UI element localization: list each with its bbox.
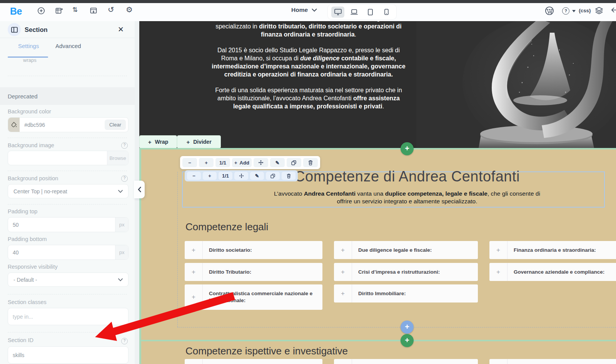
skill-item[interactable]: + Diritto Immobiliare:: [334, 284, 478, 303]
duplicate-icon[interactable]: [287, 158, 301, 167]
intro-paragraphs: Andrea Centofanti è avvocato civilista e…: [210, 21, 407, 118]
add-wrap-button[interactable]: + Wrap: [139, 135, 177, 148]
clear-color-button[interactable]: Clear: [105, 120, 126, 130]
padding-top-input[interactable]: [8, 222, 115, 228]
chevron-down-icon: [118, 278, 123, 281]
divider: [8, 294, 127, 294]
move-icon[interactable]: [234, 172, 248, 180]
intro-section-preview[interactable]: Andrea Centofanti è avvocato civilista e…: [139, 21, 616, 148]
help-icon[interactable]: ?: [121, 175, 128, 182]
expand-icon[interactable]: +: [185, 284, 203, 310]
column-ratio-button[interactable]: 1/1: [215, 158, 230, 167]
group-header-deprecated: Deprecated: [0, 87, 142, 105]
expand-icon[interactable]: +: [334, 284, 352, 303]
increase-columns-button[interactable]: +: [199, 158, 214, 167]
padding-bottom-input[interactable]: [8, 249, 115, 256]
section-classes-input[interactable]: [8, 314, 128, 320]
help-caret-icon: [572, 10, 576, 12]
add-wrap-here-button[interactable]: +: [401, 321, 414, 334]
expand-icon[interactable]: +: [489, 263, 507, 281]
skill-item[interactable]: + Contrattualistica commerciale nazional…: [185, 284, 322, 310]
device-desktop-button[interactable]: [331, 7, 344, 18]
increase-columns-button[interactable]: +: [203, 172, 217, 180]
browse-button[interactable]: Browse: [107, 151, 128, 165]
custom-css-icon[interactable]: {css}: [579, 8, 591, 13]
delete-icon[interactable]: [282, 172, 295, 180]
delete-icon[interactable]: [303, 158, 318, 167]
background-position-value: Center Top | no-repeat: [13, 188, 67, 194]
reorder-icon[interactable]: ⇅: [72, 6, 78, 14]
panel-title: Section: [25, 26, 48, 33]
wordpress-icon[interactable]: [545, 6, 554, 15]
expand-icon[interactable]: +: [334, 241, 352, 259]
tab-settings[interactable]: Settings: [18, 43, 39, 49]
divider: [8, 332, 127, 332]
background-position-select[interactable]: Center Top | no-repeat: [8, 184, 129, 198]
move-icon[interactable]: [254, 158, 268, 167]
section-id-field: [8, 346, 129, 364]
help-menu[interactable]: ?: [562, 7, 576, 15]
responsive-visibility-select[interactable]: - Default -: [8, 273, 129, 287]
expand-icon[interactable]: +: [185, 241, 203, 259]
background-color-input[interactable]: [20, 122, 105, 128]
layers-icon[interactable]: [595, 7, 603, 15]
expand-icon[interactable]: +: [185, 263, 203, 281]
decrease-columns-button[interactable]: −: [182, 158, 197, 167]
color-swatch[interactable]: [8, 118, 20, 132]
background-image-input[interactable]: [8, 155, 107, 161]
legal-skills-heading[interactable]: Competenze legali: [185, 221, 268, 233]
device-mobile-button[interactable]: [380, 7, 393, 18]
plus-icon: +: [234, 160, 237, 166]
device-laptop-button[interactable]: [347, 7, 361, 18]
section-id-input[interactable]: [8, 352, 128, 358]
skill-item-partial[interactable]: [334, 359, 478, 364]
skill-item[interactable]: + Due diligence legale e fiscale:: [334, 241, 478, 259]
template-library-icon[interactable]: [89, 7, 98, 15]
skills-title[interactable]: Competenze di Andrea Centofanti: [269, 168, 545, 185]
expand-icon[interactable]: +: [334, 263, 352, 281]
responsive-visibility-label: Responsive visibility: [8, 264, 58, 270]
revisions-icon[interactable]: ↺: [108, 6, 114, 13]
edit-icon[interactable]: ✎: [250, 172, 264, 180]
tab-advanced[interactable]: Advanced: [55, 43, 81, 49]
skill-item-partial[interactable]: [489, 359, 616, 364]
add-element-icon[interactable]: [37, 7, 45, 15]
page-switcher-label: Home: [291, 7, 308, 13]
undo-partial-icon[interactable]: [611, 7, 616, 14]
skill-label: Diritto Immobiliare:: [352, 284, 412, 303]
inspective-skills-heading[interactable]: Competenze ispettive e investigative: [185, 345, 348, 357]
help-icon[interactable]: ?: [121, 338, 128, 344]
add-section-here-button[interactable]: +: [401, 142, 414, 155]
edit-icon[interactable]: ✎: [270, 158, 285, 167]
skill-item-partial[interactable]: [185, 359, 322, 364]
skill-item[interactable]: + Crisi d’impresa e ristrutturazioni:: [334, 263, 478, 281]
help-icon[interactable]: ?: [121, 142, 128, 149]
collapse-sidebar-toggle[interactable]: [134, 181, 145, 198]
skill-item[interactable]: + Diritto Tributario:: [185, 263, 322, 281]
padding-bottom-unit: px: [115, 245, 128, 259]
duplicate-icon[interactable]: [266, 172, 280, 180]
add-section-icon[interactable]: [55, 7, 63, 15]
chevron-left-icon: [138, 187, 141, 192]
betheme-logo[interactable]: Be: [10, 6, 22, 17]
add-item-button[interactable]: + Add: [232, 158, 252, 167]
builder-settings-icon[interactable]: ⚙: [126, 6, 133, 13]
background-color-field: Clear: [8, 117, 129, 132]
skill-item[interactable]: + Diritto societario:: [185, 241, 322, 259]
expand-icon[interactable]: +: [489, 241, 507, 259]
add-divider-button[interactable]: + Divider: [177, 135, 221, 148]
page-switcher[interactable]: Home: [291, 7, 317, 13]
wrap-toolbar: − + 1/1 + Add ✎: [180, 156, 320, 169]
close-icon[interactable]: ✕: [118, 25, 124, 34]
divider: [8, 204, 127, 204]
add-section-here-button[interactable]: +: [401, 334, 414, 347]
skills-subtitle[interactable]: L’avvocato Andrea Centofanti vanta una d…: [269, 190, 545, 205]
skill-item[interactable]: + Governance aziendale e compliance:: [489, 263, 616, 281]
skill-item[interactable]: + Finanza ordinaria e straordinaria:: [489, 241, 616, 259]
background-color-label: Background color: [8, 108, 51, 115]
column-ratio-button[interactable]: 1/1: [219, 172, 232, 180]
responsive-visibility-value: - Default -: [13, 277, 37, 283]
decrease-columns-button[interactable]: −: [187, 172, 201, 180]
plus-icon: +: [148, 139, 152, 145]
device-tablet-button[interactable]: [364, 7, 377, 18]
